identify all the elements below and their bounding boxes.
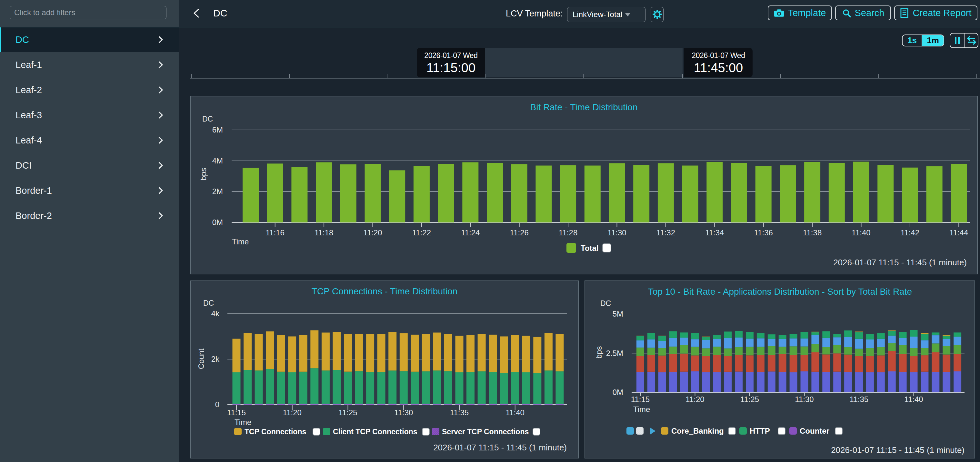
- svg-text:Time: Time: [232, 237, 249, 246]
- svg-text:11:15: 11:15: [227, 408, 246, 417]
- svg-text:11:22: 11:22: [412, 228, 431, 237]
- svg-text:11:32: 11:32: [657, 228, 675, 237]
- svg-text:Count: Count: [197, 349, 205, 369]
- svg-text:11:38: 11:38: [803, 228, 822, 237]
- svg-text:11:16: 11:16: [266, 228, 285, 237]
- svg-text:Top 10 - Bit Rate - Applicatio: Top 10 - Bit Rate - Applications Distrib…: [648, 287, 912, 297]
- svg-text:6M: 6M: [212, 125, 223, 134]
- svg-text:Core_Banking: Core_Banking: [671, 427, 724, 435]
- svg-text:11:30: 11:30: [608, 228, 626, 237]
- svg-text:11:42: 11:42: [900, 228, 920, 237]
- svg-text:0M: 0M: [212, 218, 223, 227]
- svg-text:11:15: 11:15: [631, 395, 650, 404]
- svg-text:4k: 4k: [211, 309, 220, 318]
- svg-text:Bit Rate - Time Distribution: Bit Rate - Time Distribution: [530, 102, 638, 112]
- svg-text:Time: Time: [633, 405, 650, 414]
- svg-text:11:30: 11:30: [795, 395, 813, 404]
- svg-text:11:44: 11:44: [949, 228, 968, 237]
- svg-text:11:40: 11:40: [904, 395, 923, 404]
- svg-text:11:34: 11:34: [705, 228, 724, 237]
- svg-text:2026-01-07 11:15 - 11:45 (1 mi: 2026-01-07 11:15 - 11:45 (1 minute): [831, 445, 964, 455]
- svg-text:2026-01-07 11:15 - 11:45 (1 mi: 2026-01-07 11:15 - 11:45 (1 minute): [833, 257, 967, 267]
- svg-text:11:40: 11:40: [852, 228, 870, 237]
- svg-text:Time: Time: [234, 418, 251, 427]
- svg-text:HTTP: HTTP: [750, 427, 770, 435]
- svg-text:bps: bps: [595, 346, 603, 359]
- svg-text:2.5M: 2.5M: [606, 349, 623, 357]
- svg-text:11:24: 11:24: [461, 228, 480, 237]
- svg-text:Client TCP Connections: Client TCP Connections: [333, 427, 417, 436]
- svg-text:11:26: 11:26: [510, 228, 529, 237]
- svg-text:bps: bps: [199, 168, 208, 181]
- svg-text:11:25: 11:25: [338, 408, 357, 417]
- svg-text:11:36: 11:36: [754, 228, 773, 237]
- svg-text:4M: 4M: [212, 156, 223, 165]
- svg-text:11:18: 11:18: [315, 228, 333, 237]
- svg-text:DC: DC: [202, 115, 213, 123]
- svg-text:DC: DC: [600, 299, 611, 308]
- svg-text:11:20: 11:20: [686, 395, 704, 404]
- svg-text:11:40: 11:40: [506, 408, 525, 417]
- svg-text:TCP Connections: TCP Connections: [245, 427, 306, 436]
- svg-text:Server TCP Connections: Server TCP Connections: [442, 427, 529, 436]
- svg-text:2k: 2k: [211, 355, 220, 364]
- svg-text:11:35: 11:35: [450, 408, 469, 417]
- svg-text:0M: 0M: [612, 388, 623, 397]
- svg-text:11:35: 11:35: [850, 395, 869, 404]
- svg-text:11:30: 11:30: [394, 408, 413, 417]
- svg-text:DC: DC: [203, 299, 214, 307]
- svg-text:2M: 2M: [212, 187, 223, 196]
- svg-text:11:25: 11:25: [740, 395, 759, 404]
- svg-text:11:20: 11:20: [363, 228, 382, 237]
- svg-text:11:20: 11:20: [283, 408, 302, 417]
- svg-text:Total: Total: [581, 244, 599, 252]
- svg-text:2026-01-07 11:15 - 11:45 (1 mi: 2026-01-07 11:15 - 11:45 (1 minute): [433, 443, 567, 452]
- svg-text:Counter: Counter: [800, 427, 829, 435]
- svg-text:5M: 5M: [612, 310, 623, 318]
- svg-text:TCP Connections - Time Distrib: TCP Connections - Time Distribution: [312, 286, 457, 296]
- svg-text:11:28: 11:28: [559, 228, 578, 237]
- svg-text:0: 0: [215, 400, 220, 409]
